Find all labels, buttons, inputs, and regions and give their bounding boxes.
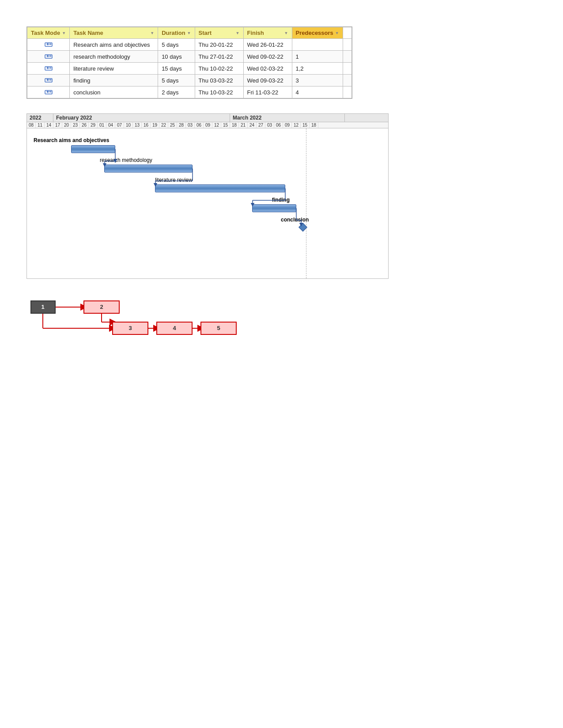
gantt-day-cell: 13 — [133, 122, 142, 128]
th-task-mode-arrow: ▼ — [62, 31, 66, 35]
task-name-cell: research methodology — [70, 51, 158, 63]
extra-cell — [343, 86, 351, 98]
gantt-day-cell: 07 — [115, 122, 124, 128]
network-svg: 1 2 3 4 5 — [26, 292, 256, 349]
duration-cell: 10 days — [158, 51, 195, 63]
gantt-day-cell: 29 — [89, 122, 98, 128]
th-predecessors-label: Predecessors — [296, 30, 333, 36]
extra-cell — [343, 63, 351, 75]
gantt-day-cell: 18 — [230, 122, 239, 128]
svg-rect-6 — [45, 79, 52, 82]
predecessors-cell: 3 — [292, 75, 343, 86]
gantt-day-cell: 17 — [53, 122, 62, 128]
gantt-bar-3 — [155, 184, 285, 192]
gantt-dashed-line — [306, 128, 306, 278]
task-name-cell: conclusion — [70, 86, 158, 98]
gantt-day-cell: 09 — [204, 122, 212, 128]
gantt-label-1: Research aims and objectives — [34, 137, 109, 143]
gantt-day-cell: 03 — [265, 122, 274, 128]
th-duration-label: Duration — [162, 30, 185, 36]
svg-rect-0 — [45, 43, 52, 46]
th-task-name-label: Task Name — [73, 30, 103, 36]
task-mode-icon — [31, 65, 66, 72]
th-duration[interactable]: Duration ▼ — [158, 27, 195, 39]
gantt-month-jan: 2022 — [27, 114, 53, 122]
gantt-day-cell: 19 — [151, 122, 159, 128]
table-row: finding5 daysThu 03-03-22Wed 09-03-223 — [27, 75, 352, 86]
extra-cell — [343, 51, 351, 63]
gantt-day-cell: 26 — [80, 122, 89, 128]
svg-text:3: 3 — [128, 325, 132, 331]
task-name-cell: literature review — [70, 63, 158, 75]
svg-rect-2 — [45, 55, 52, 58]
th-finish-label: Finish — [247, 30, 264, 36]
th-duration-arrow: ▼ — [187, 31, 191, 35]
task-mode-icon — [31, 53, 66, 60]
task-mode-icon — [31, 77, 66, 84]
gantt-day-headers: 0811141720232629010407101316192225280306… — [27, 122, 388, 128]
task-mode-icon — [31, 41, 66, 48]
svg-text:4: 4 — [173, 325, 176, 331]
th-task-mode[interactable]: Task Mode ▼ — [27, 27, 70, 39]
gantt-day-cell: 12 — [212, 122, 221, 128]
finish-cell: Wed 02-03-22 — [243, 63, 292, 75]
gantt-day-cell: 04 — [106, 122, 115, 128]
gantt-day-cell: 12 — [292, 122, 301, 128]
extra-cell — [343, 75, 351, 86]
table-row: conclusion2 daysThu 10-03-22Fri 11-03-22… — [27, 86, 352, 98]
gantt-day-cell: 24 — [248, 122, 257, 128]
th-finish[interactable]: Finish ▼ — [243, 27, 292, 39]
th-task-name[interactable]: Task Name ▼ — [70, 27, 158, 39]
task-table: Task Mode ▼ Task Name ▼ Duration ▼ — [27, 27, 352, 98]
duration-cell: 5 days — [158, 39, 195, 51]
gantt-day-cell: 10 — [124, 122, 133, 128]
th-predecessors[interactable]: Predecessors ▼ — [292, 27, 343, 39]
start-cell: Thu 27-01-22 — [195, 51, 243, 63]
gantt-day-cell: 21 — [239, 122, 248, 128]
gantt-month-feb: February 2022 — [53, 114, 230, 122]
gantt-day-cell: 20 — [62, 122, 71, 128]
duration-cell: 15 days — [158, 63, 195, 75]
gantt-body: Research aims and objectives research me… — [27, 128, 388, 278]
task-mode-cell — [27, 75, 70, 86]
task-mode-cell — [27, 63, 70, 75]
network-diagram: 1 2 3 4 5 — [26, 292, 256, 349]
svg-rect-4 — [45, 67, 52, 70]
gantt-day-cell: 01 — [98, 122, 106, 128]
th-finish-arrow: ▼ — [284, 31, 288, 35]
finish-cell: Wed 26-01-22 — [243, 39, 292, 51]
gantt-day-cell: 03 — [186, 122, 195, 128]
predecessors-cell: 1 — [292, 51, 343, 63]
gantt-day-cell: 11 — [36, 122, 45, 128]
table-row: literature review15 daysThu 10-02-22Wed … — [27, 63, 352, 75]
th-extra — [343, 27, 351, 39]
gantt-day-cell: 09 — [283, 122, 292, 128]
duration-cell: 5 days — [158, 75, 195, 86]
table-row: research methodology10 daysThu 27-01-22W… — [27, 51, 352, 63]
extra-cell — [343, 39, 351, 51]
th-start[interactable]: Start ▼ — [195, 27, 243, 39]
table-row: Research aims and objectives5 daysThu 20… — [27, 39, 352, 51]
gantt-day-cell: 16 — [142, 122, 151, 128]
svg-text:5: 5 — [217, 325, 220, 331]
svg-rect-8 — [45, 90, 52, 94]
svg-text:1: 1 — [41, 304, 44, 310]
finish-cell: Fri 11-03-22 — [243, 86, 292, 98]
th-start-arrow: ▼ — [236, 31, 240, 35]
gantt-label-3: literature review — [155, 177, 193, 183]
task-mode-cell — [27, 86, 70, 98]
start-cell: Thu 03-03-22 — [195, 75, 243, 86]
task-name-cell: Research aims and objectives — [70, 39, 158, 51]
gantt-label-5: conclusion — [281, 217, 309, 223]
th-predecessors-arrow: ▼ — [335, 31, 339, 35]
gantt-day-cell: 25 — [168, 122, 177, 128]
task-mode-cell — [27, 51, 70, 63]
gantt-month-mar: March 2022 — [230, 114, 345, 122]
finish-cell: Wed 09-03-22 — [243, 75, 292, 86]
gantt-day-cell: 15 — [221, 122, 230, 128]
th-task-name-arrow: ▼ — [150, 31, 154, 35]
start-cell: Thu 10-02-22 — [195, 63, 243, 75]
start-cell: Thu 10-03-22 — [195, 86, 243, 98]
task-name-cell: finding — [70, 75, 158, 86]
gantt-day-cell: 06 — [274, 122, 283, 128]
